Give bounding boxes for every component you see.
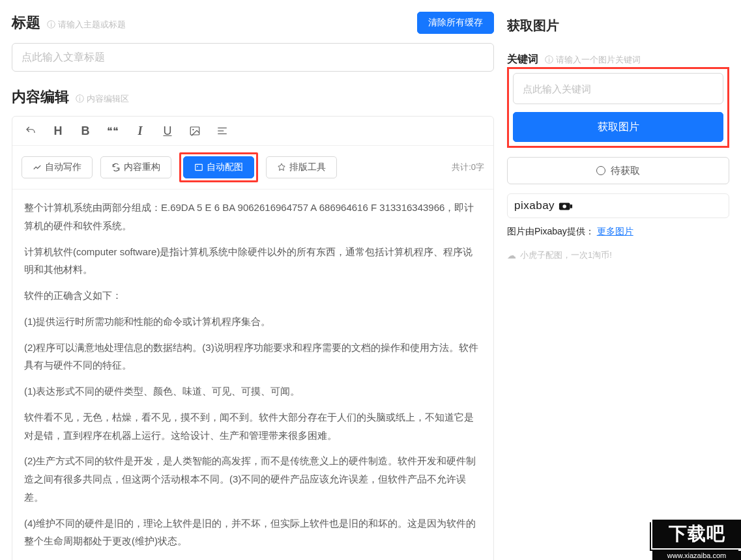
title-heading: 标题 xyxy=(12,13,40,33)
restructure-button[interactable]: 内容重构 xyxy=(100,156,171,178)
paragraph: 整个计算机系统由两部分组成：E.69DA 5 E 6 BA 9062616964… xyxy=(24,199,482,235)
pending-status-button[interactable]: 待获取 xyxy=(507,157,729,184)
format-toolbar: H B ❝❝ I U xyxy=(12,117,493,146)
credit-line: 图片由Pixabay提供： 更多图片 xyxy=(507,226,729,238)
editor-content[interactable]: 整个计算机系统由两部分组成：E.69DA 5 E 6 BA 9062616964… xyxy=(12,189,493,560)
paragraph: 计算机软件(computer software)是指计算机系统中除硬件以外的所有… xyxy=(24,243,482,279)
keyword-label: 关键词 xyxy=(507,53,538,66)
article-title-input[interactable] xyxy=(12,43,494,72)
paragraph: 软件的正确含义如下： xyxy=(24,287,482,305)
auto-image-button[interactable]: 自动配图 xyxy=(183,156,254,178)
paragraph: (1)表达形式不同的硬件类型、颜色、味道、可见、可摸、可闻。 xyxy=(24,382,482,400)
image-icon[interactable] xyxy=(186,122,204,140)
svg-point-6 xyxy=(197,166,198,167)
align-icon[interactable] xyxy=(213,122,231,140)
underline-icon[interactable]: U xyxy=(158,122,177,140)
paragraph: (1)提供运行时所需功能和性能的命令或计算机程序集合。 xyxy=(24,313,482,331)
keyword-hint: 请输入一个图片关键词 xyxy=(545,54,641,66)
title-section-header: 标题 请输入主题或标题 清除所有缓存 xyxy=(12,12,494,34)
paragraph: (2)程序可以满意地处理信息的数据结构。(3)说明程序功能要求和程序需要的文档的… xyxy=(24,339,482,375)
svg-rect-9 xyxy=(570,204,573,208)
title-hint: 请输入主题或标题 xyxy=(47,19,126,31)
watermark: 下载吧 www.xiazaiba.com xyxy=(650,520,741,560)
editor-box: H B ❝❝ I U 自动写作 xyxy=(12,116,494,560)
heading-icon[interactable]: H xyxy=(49,122,67,140)
circle-icon xyxy=(596,166,605,175)
watermark-text: 下载吧 xyxy=(652,520,741,548)
watermark-url: www.xiazaiba.com xyxy=(652,551,741,560)
clear-cache-button[interactable]: 清除所有缓存 xyxy=(417,12,494,34)
keyword-highlight: 获取图片 xyxy=(507,67,729,148)
svg-rect-5 xyxy=(196,164,203,170)
pixabay-bar: pixabay xyxy=(507,193,729,218)
content-hint: 内容编辑区 xyxy=(76,93,129,105)
svg-rect-0 xyxy=(190,127,199,135)
auto-write-button[interactable]: 自动写作 xyxy=(22,156,93,178)
svg-point-1 xyxy=(192,129,194,130)
pixabay-logo: pixabay xyxy=(514,199,573,212)
action-toolbar: 自动写作 内容重构 自动配图 排版工具 xyxy=(12,146,493,189)
image-panel-title: 获取图片 xyxy=(507,17,729,35)
keyword-input[interactable] xyxy=(513,73,723,104)
get-image-button[interactable]: 获取图片 xyxy=(513,112,723,142)
quote-icon[interactable]: ❝❝ xyxy=(104,122,122,140)
paragraph: (4)维护不同的硬件是旧的，理论上软件是旧的，并不坏，但实际上软件也是旧的和坏的… xyxy=(24,514,482,551)
footer-note: 小虎子配图，一次1淘币! xyxy=(507,249,729,261)
more-images-link[interactable]: 更多图片 xyxy=(597,226,633,236)
auto-image-highlight: 自动配图 xyxy=(179,152,258,182)
undo-icon[interactable] xyxy=(22,122,40,140)
content-heading: 内容编辑 xyxy=(12,87,69,107)
bold-icon[interactable]: B xyxy=(76,122,94,140)
paragraph: 软件看不见，无色，枯燥，看不见，摸不到，闻不到。软件大部分存在于人们的头脑或纸上… xyxy=(24,408,482,445)
paragraph: (2)生产方式不同的软件是开发，是人类智能的高发挥，而不是传统意义上的硬件制造。… xyxy=(24,452,482,506)
italic-icon[interactable]: I xyxy=(131,122,149,140)
layout-tool-button[interactable]: 排版工具 xyxy=(266,156,337,178)
char-counter: 共计:0字 xyxy=(452,161,484,173)
camera-icon xyxy=(559,201,573,211)
svg-point-8 xyxy=(563,204,567,208)
